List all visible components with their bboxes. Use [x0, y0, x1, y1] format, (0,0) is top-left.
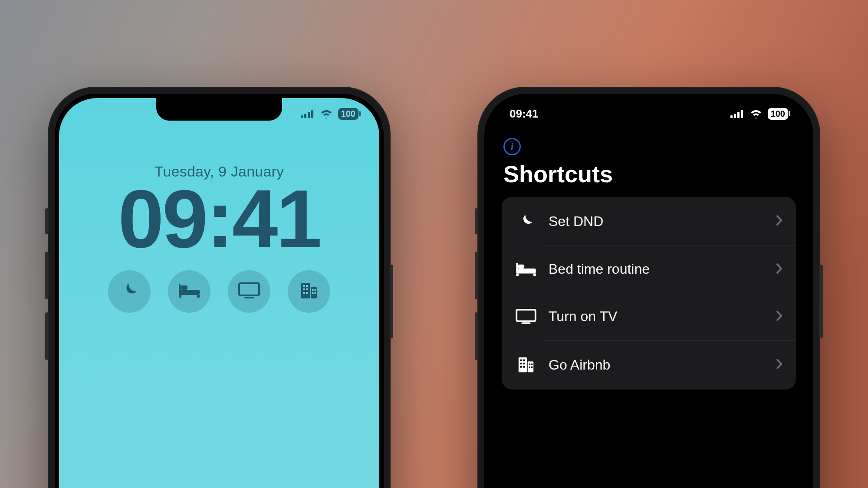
svg-rect-16 [306, 288, 308, 290]
shortcut-label: Turn on TV [549, 308, 764, 324]
svg-rect-17 [303, 292, 305, 294]
widget-row [59, 270, 379, 313]
svg-rect-0 [301, 115, 303, 118]
svg-rect-8 [179, 284, 181, 291]
svg-rect-14 [306, 285, 308, 287]
svg-rect-43 [531, 364, 533, 365]
wifi-icon [320, 109, 333, 118]
chevron-right-icon [775, 309, 783, 324]
shortcut-row-tv[interactable]: Turn on TV [502, 293, 796, 340]
svg-rect-20 [315, 289, 316, 291]
svg-rect-5 [179, 295, 181, 298]
svg-rect-9 [239, 283, 259, 295]
notch [586, 98, 712, 121]
svg-rect-33 [522, 322, 531, 324]
svg-rect-10 [244, 297, 254, 298]
svg-rect-31 [516, 262, 518, 270]
svg-rect-7 [181, 285, 187, 290]
building-icon [515, 356, 537, 374]
svg-rect-37 [523, 360, 525, 361]
svg-rect-23 [730, 115, 733, 118]
notch [156, 98, 282, 121]
phone-lockscreen: 100 Tuesday, 9 January 09:41 [48, 87, 391, 488]
svg-rect-27 [516, 269, 536, 273]
svg-rect-21 [312, 292, 314, 294]
svg-rect-30 [518, 264, 524, 268]
svg-rect-40 [520, 366, 522, 368]
svg-rect-24 [734, 114, 736, 118]
tv-icon [515, 309, 537, 324]
svg-rect-32 [516, 309, 536, 321]
svg-rect-11 [301, 283, 310, 298]
svg-rect-39 [523, 363, 525, 364]
chevron-right-icon [775, 214, 783, 229]
phone-shortcuts: 09:41 100 i Shortcuts [477, 87, 820, 488]
moon-icon [120, 281, 139, 302]
svg-rect-13 [303, 285, 305, 287]
shortcuts-list: Set DND Bed time routine [502, 197, 796, 390]
svg-rect-41 [523, 366, 525, 368]
svg-rect-25 [737, 112, 740, 118]
shortcut-row-airbnb[interactable]: Go Airbnb [502, 340, 796, 390]
lock-time: 09:41 [59, 176, 379, 262]
shortcut-row-bedtime[interactable]: Bed time routine [502, 246, 796, 293]
svg-rect-2 [308, 112, 310, 118]
info-icon: i [511, 141, 514, 153]
status-time: 09:41 [510, 107, 539, 121]
bed-icon [515, 262, 537, 277]
svg-rect-19 [312, 289, 314, 291]
wifi-icon [750, 109, 763, 118]
svg-rect-42 [529, 364, 530, 365]
chevron-right-icon [775, 357, 783, 372]
chevron-right-icon [775, 262, 783, 277]
widget-airbnb[interactable] [288, 270, 330, 313]
bed-icon [178, 283, 201, 300]
moon-icon [515, 213, 537, 230]
svg-rect-38 [520, 363, 522, 364]
page-title: Shortcuts [503, 160, 796, 187]
battery-indicator: 100 [338, 108, 358, 120]
svg-rect-36 [520, 360, 522, 361]
svg-rect-22 [315, 292, 316, 294]
widget-dnd[interactable] [108, 270, 151, 313]
info-button[interactable]: i [503, 138, 521, 155]
svg-rect-29 [533, 273, 536, 276]
tv-icon [238, 282, 260, 301]
shortcut-label: Go Airbnb [549, 357, 764, 373]
svg-rect-45 [531, 367, 533, 368]
svg-rect-18 [306, 292, 308, 294]
svg-rect-44 [529, 367, 530, 368]
building-icon [299, 281, 319, 302]
svg-rect-26 [741, 110, 743, 118]
cellular-icon [301, 109, 315, 118]
cellular-icon [730, 109, 744, 118]
svg-rect-6 [197, 295, 200, 298]
shortcut-label: Bed time routine [549, 261, 764, 277]
shortcut-row-set-dnd[interactable]: Set DND [502, 197, 796, 246]
svg-rect-3 [311, 110, 313, 118]
svg-rect-34 [519, 357, 527, 372]
svg-rect-28 [516, 273, 519, 276]
shortcut-label: Set DND [549, 213, 764, 229]
battery-indicator: 100 [768, 108, 788, 120]
svg-rect-15 [303, 288, 305, 290]
svg-rect-4 [179, 290, 200, 295]
widget-tv[interactable] [228, 270, 270, 313]
widget-bedtime[interactable] [168, 270, 210, 313]
svg-rect-1 [304, 114, 306, 118]
